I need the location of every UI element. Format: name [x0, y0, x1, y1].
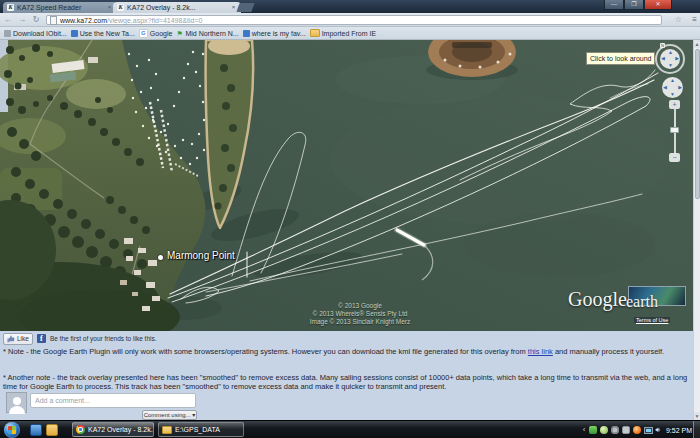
taskbar: KA72 Overlay - 8.2k... E:\GPS_DATA ‹ 🔊︎ … — [0, 420, 700, 438]
flag-icon: ⚑ — [176, 30, 183, 37]
restore-button[interactable]: ❐ — [624, 0, 644, 10]
avatar-body — [9, 406, 25, 414]
arrow-right-icon: ▶ — [678, 85, 682, 90]
zoom-in-button[interactable]: + — [669, 100, 680, 109]
tray-icon-orange[interactable] — [633, 426, 641, 434]
ka72-favicon: K — [117, 4, 124, 11]
google-earth-logo: Google earth Terms of Use — [568, 284, 690, 328]
url-path: /viewge.aspx?fid=41498&tid=0 — [107, 17, 202, 24]
show-desktop-button[interactable] — [693, 421, 700, 438]
page-scrollbar[interactable]: ▲ ▼ — [693, 40, 700, 420]
like-button[interactable]: Like — [3, 333, 33, 345]
kml-download-link[interactable]: this link — [528, 347, 553, 356]
bookmark-label: Use the New Ta... — [80, 30, 135, 37]
quick-launch-icon-2[interactable] — [46, 424, 58, 436]
bookmark-label: Mid Northern N... — [185, 30, 238, 37]
bookmark-icon — [71, 30, 78, 37]
zoom-slider-thumb[interactable] — [670, 127, 679, 133]
address-bar[interactable]: www.ka72.com/viewge.aspx?fid=41498&tid=0 — [46, 15, 662, 25]
menu-icon[interactable]: ≡ — [692, 15, 696, 25]
taskbar-button-ka72-overlay[interactable]: KA72 Overlay - 8.2k... — [72, 422, 154, 437]
like-text: Be the first of your friends to like thi… — [50, 335, 157, 342]
smoothing-note: * Another note - the track overlay prese… — [3, 373, 689, 391]
map-viewport[interactable]: Marmong Point © 2013 Google © 2013 Where… — [0, 40, 693, 331]
scrollbar-thumb[interactable] — [695, 49, 700, 199]
facebook-like-row: Like f Be the first of your friends to l… — [3, 333, 157, 344]
window-controls: — ❐ ✕ — [604, 0, 672, 10]
taskbar-button-label: KA72 Overlay - 8.2k... — [88, 426, 154, 433]
pan-control[interactable]: ▲ ▼ ◀ ▶ — [662, 77, 683, 98]
tab-ka72-speed-reader[interactable]: K KA72 Speed Reader × — [3, 2, 117, 13]
ka72-favicon: K — [7, 4, 14, 11]
chrome-icon — [76, 425, 85, 434]
folder-icon — [162, 426, 172, 434]
north-indicator: N — [660, 43, 665, 48]
thumbs-up-icon — [7, 335, 15, 343]
bookmark-imported-from-ie[interactable]: Imported From IE — [310, 29, 376, 37]
new-tab-button[interactable] — [236, 3, 254, 12]
note-text: and manually process it yourself. — [553, 347, 664, 356]
copyright-line: Image © 2013 Sinclair Knight Merz — [248, 318, 472, 326]
bookmark-icon — [243, 30, 250, 37]
network-icon[interactable] — [644, 427, 653, 434]
look-joystick[interactable]: ▲ ▼ ◀ ▶ — [660, 49, 680, 69]
bookmark-use-the-new-tab[interactable]: Use the New Ta... — [71, 30, 135, 37]
bookmark-where-is-my-fav[interactable]: where is my fav... — [243, 30, 306, 37]
bookmark-download-iobit[interactable]: Download IObit... — [4, 30, 67, 37]
taskbar-button-label: E:\GPS_DATA — [175, 426, 220, 433]
arrow-down-icon: ▼ — [668, 63, 673, 68]
terms-of-use-link[interactable]: Terms of Use — [634, 317, 670, 323]
bookmarks-bar: Download IObit... Use the New Ta... GGoo… — [0, 27, 700, 40]
bookmark-mid-northern[interactable]: ⚑Mid Northern N... — [176, 30, 238, 37]
page-icon — [50, 16, 57, 25]
tab-title: KA72 Overlay - 8.2k... — [127, 2, 227, 13]
bookmark-star-icon[interactable]: ☆ — [675, 15, 682, 25]
tab-close-icon[interactable]: × — [106, 4, 113, 11]
folder-icon — [310, 29, 320, 37]
google-icon: G — [139, 29, 148, 38]
like-label: Like — [17, 335, 29, 342]
taskbar-button-gps-data-folder[interactable]: E:\GPS_DATA — [158, 422, 244, 437]
system-tray: ‹ 🔊︎ 9:52 PM — [583, 421, 692, 438]
arrow-down-icon: ▼ — [670, 92, 675, 97]
bookmark-label: Google — [150, 30, 173, 37]
bookmark-label: Imported From IE — [322, 30, 376, 37]
bookmark-label: Download IObit... — [13, 30, 67, 37]
close-button[interactable]: ✕ — [644, 0, 672, 10]
forward-icon[interactable]: → — [16, 15, 28, 25]
scroll-up-icon[interactable]: ▲ — [694, 40, 700, 48]
browser-toolbar: ← → ↻ www.ka72.com/viewge.aspx?fid=41498… — [0, 13, 700, 27]
copyright-line: © 2013 Whereis® Sensis Pty Ltd — [248, 310, 472, 318]
zoom-out-button[interactable]: − — [669, 153, 680, 162]
look-around-control[interactable]: N ▲ ▼ ◀ ▶ — [655, 44, 685, 74]
clock[interactable]: 9:52 PM — [666, 427, 692, 434]
screen: K KA72 Speed Reader × K KA72 Overlay - 8… — [0, 0, 700, 438]
gear-icon[interactable] — [611, 426, 619, 434]
reload-icon[interactable]: ↻ — [30, 15, 42, 25]
tray-icon-green[interactable] — [589, 426, 597, 434]
bookmark-google[interactable]: GGoogle — [139, 29, 173, 38]
browser-titlebar: K KA72 Speed Reader × K KA72 Overlay - 8… — [0, 0, 700, 13]
minimize-button[interactable]: — — [604, 0, 624, 10]
comment-using-label: Comment using... — [144, 412, 191, 418]
note-text: * Note - the Google Earth Plugin will on… — [3, 347, 528, 356]
speaker-icon[interactable]: 🔊︎ — [656, 421, 660, 438]
tray-icon-circle[interactable] — [600, 426, 608, 434]
placemark-icon[interactable] — [158, 255, 163, 260]
scroll-down-icon[interactable]: ▼ — [694, 412, 700, 420]
facebook-icon: f — [37, 334, 46, 343]
comment-using-button[interactable]: Comment using... ▾ — [142, 410, 197, 420]
back-icon[interactable]: ← — [2, 15, 14, 25]
start-button[interactable] — [4, 422, 20, 438]
url-host: www.ka72.com — [60, 17, 107, 24]
avatar-head — [13, 397, 21, 405]
tab-ka72-overlay[interactable]: K KA72 Overlay - 8.2k... × — [113, 2, 241, 13]
bookmark-icon — [4, 30, 11, 37]
usb-icon[interactable] — [622, 426, 630, 434]
map-copyright: © 2013 Google © 2013 Whereis® Sensis Pty… — [248, 302, 472, 326]
windows-flag-icon — [8, 426, 16, 434]
quick-launch-icon-1[interactable] — [30, 424, 42, 436]
comment-input[interactable] — [30, 393, 196, 408]
arrow-up-icon: ▲ — [668, 50, 673, 55]
tray-expand-icon[interactable]: ‹ — [583, 421, 586, 438]
